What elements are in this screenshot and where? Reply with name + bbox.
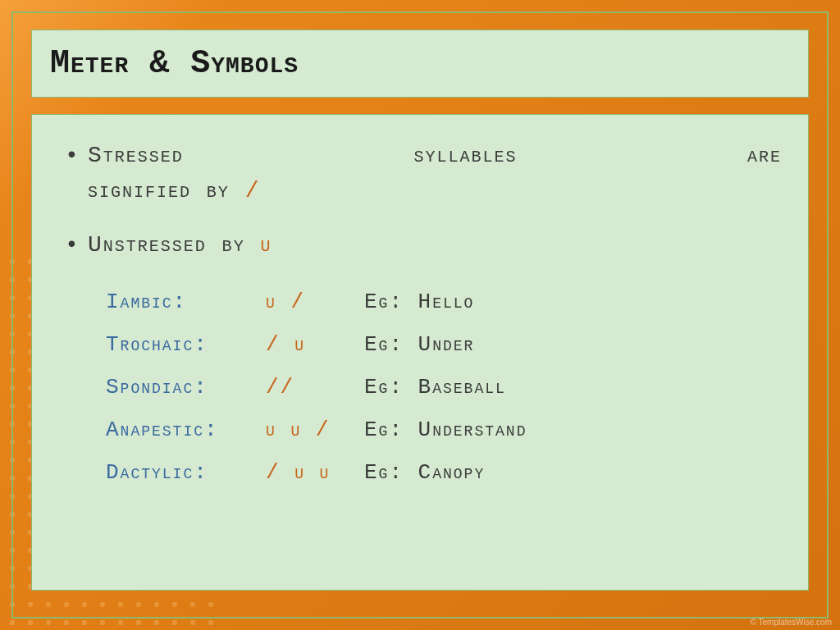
meter-row: Iambic:u / Eg: Hello: [106, 281, 782, 323]
watermark: © TemplatesWise.com: [751, 618, 832, 627]
bullet-unstressed: Unstressed by u: [58, 227, 782, 262]
title-box: Meter & Symbols: [31, 30, 809, 98]
meter-example: Eg: Hello: [364, 290, 474, 314]
meter-label: Anapestic:: [106, 409, 266, 451]
stressed-symbol: /: [245, 178, 261, 203]
meter-pattern: u /: [266, 281, 364, 323]
meter-label: Dactylic:: [106, 451, 266, 494]
meter-row: Dactylic:/ u uEg: Canopy: [106, 451, 782, 494]
slide-title: Meter & Symbols: [50, 45, 790, 82]
meter-example: Eg: Understand: [364, 418, 527, 442]
bullet-line1b: signified by: [88, 178, 245, 203]
bullet-line1b-wrap: signified by /: [88, 173, 782, 208]
meter-pattern: / u: [266, 323, 364, 366]
content-box: Stressed syllables are signified by / Un…: [31, 114, 809, 591]
main-list: Stressed syllables are signified by / Un…: [58, 138, 782, 262]
bullet-line2a: Unstressed by: [88, 232, 260, 258]
meter-example: Eg: Canopy: [364, 460, 485, 485]
meter-pattern: / u u: [266, 451, 364, 494]
meter-rows: Iambic:u / Eg: HelloTrochaic:/ uEg: Unde…: [58, 281, 782, 494]
meter-pattern: //: [266, 366, 364, 409]
meter-row: Anapestic:u u /Eg: Understand: [106, 409, 782, 451]
meter-label: Trochaic:: [106, 323, 266, 366]
bullet-line1a: Stressed syllables are: [88, 138, 782, 173]
meter-label: Spondiac:: [106, 366, 266, 409]
meter-row: Trochaic:/ uEg: Under: [106, 323, 782, 366]
meter-example: Eg: Baseball: [364, 375, 506, 399]
slide-frame: Meter & Symbols Stressed syllables are s…: [11, 11, 829, 619]
meter-label: Iambic:: [106, 281, 266, 323]
meter-pattern: u u /: [266, 409, 364, 451]
bullet-stressed: Stressed syllables are signified by /: [58, 138, 782, 209]
unstressed-symbol: u: [260, 232, 272, 258]
meter-example: Eg: Under: [364, 332, 474, 357]
meter-row: Spondiac://Eg: Baseball: [106, 366, 782, 409]
